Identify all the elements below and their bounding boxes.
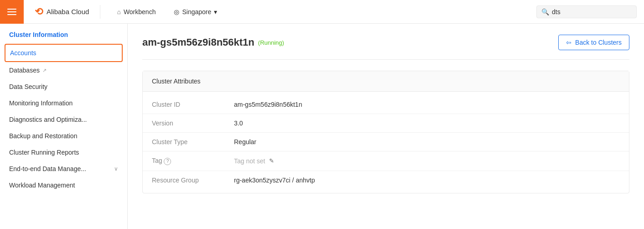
search-input[interactable] — [552, 8, 632, 16]
edit-tag-icon[interactable]: ✎ — [269, 157, 274, 164]
sidebar: Cluster Information Accounts Databases ↗… — [0, 24, 128, 229]
sidebar-item-databases[interactable]: Databases ↗ — [0, 62, 127, 78]
sidebar-section-title: Cluster Information — [0, 31, 127, 44]
section-header: Cluster Attributes — [143, 71, 629, 92]
help-icon[interactable]: ? — [164, 158, 171, 165]
search-box: 🔍 — [536, 5, 637, 18]
attr-value-cluster-id: am-gs5m56z9i8n56kt1n — [234, 101, 620, 108]
sidebar-item-monitoring[interactable]: Monitoring Information — [0, 95, 127, 111]
attr-value-version: 3.0 — [234, 120, 620, 127]
sidebar-item-diagnostics[interactable]: Diagnostics and Optimiza... — [0, 111, 127, 128]
logo-text: Alibaba Cloud — [47, 8, 89, 16]
page-header: am-gs5m56z9i8n56kt1n (Running) ⇦ Back to… — [142, 35, 629, 60]
attr-value-resource-group: rg-aek3on5zyszv7ci / anhvtp — [234, 177, 620, 184]
attr-label-version: Version — [152, 120, 234, 127]
sidebar-item-backup-label: Backup and Restoration — [9, 132, 77, 140]
hamburger-icon — [7, 9, 16, 15]
sidebar-item-accounts[interactable]: Accounts — [5, 44, 123, 62]
home-icon: ⌂ — [117, 8, 120, 16]
sidebar-item-diagnostics-label: Diagnostics and Optimiza... — [9, 116, 87, 123]
search-icon: 🔍 — [541, 8, 549, 16]
chevron-down-icon: ▾ — [214, 8, 217, 16]
sidebar-item-cluster-reports[interactable]: Cluster Running Reports — [0, 144, 127, 161]
cluster-name: am-gs5m56z9i8n56kt1n — [142, 36, 254, 48]
sidebar-item-data-security[interactable]: Data Security — [0, 78, 127, 95]
chevron-down-icon: ∨ — [114, 166, 118, 172]
sidebar-item-accounts-label: Accounts — [10, 49, 36, 57]
attr-value-tag: Tag not set ✎ — [234, 157, 620, 165]
attr-label-cluster-type: Cluster Type — [152, 138, 234, 146]
main-content-area: am-gs5m56z9i8n56kt1n (Running) ⇦ Back to… — [128, 24, 644, 229]
sidebar-item-workload-label: Workload Management — [9, 182, 75, 189]
table-row: Resource Group rg-aek3on5zyszv7ci / anhv… — [143, 171, 629, 189]
workbench-button[interactable]: ⌂ Workbench — [111, 5, 161, 18]
tag-not-set-text: Tag not set — [234, 157, 265, 165]
sidebar-item-databases-label: Databases — [9, 67, 40, 74]
location-icon: ◎ — [174, 8, 179, 16]
table-row: Tag ? Tag not set ✎ — [143, 151, 629, 171]
region-selector-button[interactable]: ◎ Singapore ▾ — [168, 5, 223, 18]
table-row: Version 3.0 — [143, 114, 629, 133]
sidebar-item-end-to-end-label: End-to-end Data Manage... — [9, 165, 86, 172]
nav-divider — [100, 5, 100, 19]
page-title-area: am-gs5m56z9i8n56kt1n (Running) — [142, 36, 284, 48]
sidebar-item-backup[interactable]: Backup and Restoration — [0, 128, 127, 144]
attr-label-resource-group: Resource Group — [152, 177, 234, 184]
back-to-clusters-button[interactable]: ⇦ Back to Clusters — [558, 35, 629, 50]
hamburger-menu-button[interactable] — [0, 0, 24, 24]
status-badge: (Running) — [258, 39, 284, 46]
sidebar-item-end-to-end[interactable]: End-to-end Data Manage... ∨ — [0, 161, 127, 177]
sidebar-item-workload[interactable]: Workload Management — [0, 177, 127, 193]
attr-label-tag: Tag ? — [152, 157, 234, 165]
top-navigation: ⟲ Alibaba Cloud ⌂ Workbench ◎ Singapore … — [0, 0, 644, 24]
sidebar-item-data-security-label: Data Security — [9, 83, 47, 90]
alibaba-cloud-icon: ⟲ — [35, 6, 43, 18]
table-row: Cluster ID am-gs5m56z9i8n56kt1n — [143, 95, 629, 114]
logo-area: ⟲ Alibaba Cloud — [35, 6, 89, 18]
main-layout: Cluster Information Accounts Databases ↗… — [0, 24, 644, 229]
attr-label-cluster-id: Cluster ID — [152, 101, 234, 108]
back-arrow-icon: ⇦ — [566, 39, 571, 46]
table-row: Cluster Type Regular — [143, 133, 629, 151]
cluster-attributes-section: Cluster Attributes Cluster ID am-gs5m56z… — [142, 71, 629, 193]
sidebar-item-cluster-reports-label: Cluster Running Reports — [9, 149, 79, 156]
attributes-table: Cluster ID am-gs5m56z9i8n56kt1n Version … — [143, 92, 629, 193]
attr-value-cluster-type: Regular — [234, 138, 620, 146]
sidebar-item-monitoring-label: Monitoring Information — [9, 99, 73, 107]
external-link-icon: ↗ — [42, 68, 47, 73]
